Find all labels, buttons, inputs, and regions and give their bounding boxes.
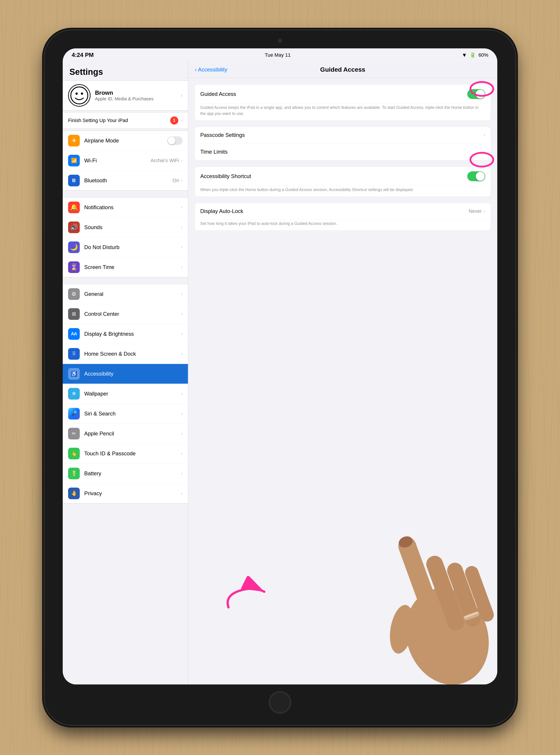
finish-setup-banner[interactable]: Finish Setting Up Your iPad 1 ›: [63, 112, 188, 129]
privacy-label: Privacy: [84, 490, 181, 496]
panel-content: Guided Access Guided Access keeps the iP…: [188, 78, 497, 685]
applepencil-icon: ✏: [68, 428, 80, 440]
hand-overlay: [345, 490, 497, 685]
touchid-label: Touch ID & Passcode: [84, 450, 181, 457]
display-label: Display & Brightness: [84, 331, 181, 337]
wifi-settings-icon: 📶: [68, 155, 80, 166]
touchid-icon: 👆: [68, 448, 80, 460]
sidebar-item-wallpaper[interactable]: ❄ Wallpaper ›: [63, 384, 188, 404]
screentime-label: Screen Time: [84, 264, 181, 270]
passcode-group: Passcode Settings › Time Limits ›: [195, 127, 491, 160]
guided-access-toggle[interactable]: [467, 89, 485, 99]
sidebar-item-privacy[interactable]: 🤚 Privacy ›: [63, 484, 188, 503]
notifications-icon: 🔔: [68, 202, 80, 213]
accessibility-shortcut-label: Accessibility Shortcut: [200, 173, 467, 179]
applepencil-chevron-icon: ›: [181, 431, 183, 436]
accessibility-shortcut-description: When you triple-click the Home button du…: [195, 186, 491, 197]
wallpaper-chevron-icon: ›: [181, 391, 183, 397]
nav-title: Guided Access: [320, 66, 365, 73]
accessibility-settings-icon: ♿: [68, 368, 80, 380]
guided-access-label: Guided Access: [200, 91, 467, 97]
wifi-chevron-icon: ›: [181, 158, 183, 163]
sidebar-item-controlcenter[interactable]: ⊞ Control Center ›: [63, 304, 188, 324]
camera-dot: [278, 39, 282, 43]
accessibility-shortcut-group: Accessibility Shortcut When you triple-c…: [195, 167, 491, 197]
sidebar-item-sounds[interactable]: 🔊 Sounds ›: [63, 218, 188, 238]
screentime-chevron-icon: ›: [181, 264, 183, 270]
finish-setup-badge: 1: [170, 117, 178, 124]
sidebar-item-bluetooth[interactable]: B Bluetooth On ›: [63, 171, 188, 190]
battery-settings-icon: 🔋: [68, 468, 80, 479]
profile-info: Brown Apple ID, Media & Purchases: [95, 89, 181, 101]
touchid-chevron-icon: ›: [181, 451, 183, 456]
general-chevron-icon: ›: [181, 291, 183, 297]
passcode-settings-row[interactable]: Passcode Settings ›: [195, 127, 491, 144]
general-label: General: [84, 291, 181, 297]
sidebar-item-wifi[interactable]: 📶 Wi-Fi Archie's WiFi ›: [63, 151, 188, 171]
sidebar-item-display[interactable]: AA Display & Brightness ›: [63, 324, 188, 344]
guided-access-row[interactable]: Guided Access: [195, 85, 491, 104]
accessibility-shortcut-row[interactable]: Accessibility Shortcut: [195, 167, 491, 186]
svg-rect-9: [463, 564, 496, 623]
sidebar-item-notifications[interactable]: 🔔 Notifications ›: [63, 198, 188, 218]
airplane-label: Airplane Mode: [84, 138, 167, 144]
sidebar-item-siri[interactable]: 🎤 Siri & Search ›: [63, 404, 188, 424]
svg-point-1: [76, 93, 78, 95]
sidebar-item-homescreen[interactable]: ⠿ Home Screen & Dock ›: [63, 344, 188, 364]
guided-access-group: Guided Access Guided Access keeps the iP…: [195, 85, 491, 120]
sidebar-item-accessibility[interactable]: ♿ Accessibility: [63, 364, 188, 384]
donotdisturb-label: Do Not Disturb: [84, 244, 181, 250]
sidebar-item-screentime[interactable]: ⌛ Screen Time ›: [63, 257, 188, 277]
finish-setup-chevron-icon: ›: [181, 118, 183, 123]
nav-bar: ‹ Accessibility Guided Access: [188, 62, 497, 78]
bluetooth-chevron-icon: ›: [181, 178, 183, 183]
wallpaper-label: Wallpaper: [84, 391, 181, 397]
airplane-toggle[interactable]: [167, 137, 183, 145]
right-panel: ‹ Accessibility Guided Access Guided Acc…: [188, 62, 497, 685]
sidebar-header: Settings: [63, 62, 188, 80]
bluetooth-label: Bluetooth: [84, 177, 173, 184]
controlcenter-chevron-icon: ›: [181, 311, 183, 317]
battery-percent: 60%: [478, 52, 488, 58]
display-autolock-row[interactable]: Display Auto-Lock Never ›: [195, 203, 491, 220]
notifications-chevron-icon: ›: [181, 204, 183, 210]
svg-rect-11: [463, 611, 480, 621]
screentime-icon: ⌛: [68, 261, 80, 273]
battery-chevron-icon: ›: [181, 471, 183, 476]
sidebar-item-applepencil[interactable]: ✏ Apple Pencil ›: [63, 424, 188, 444]
status-bar: 4:24 PM Tue May 11 ▼ 🔋 60%: [63, 48, 497, 62]
back-label: Accessibility: [198, 66, 227, 73]
status-right-icons: ▼ 🔋 60%: [462, 52, 488, 58]
sidebar-item-touchid[interactable]: 👆 Touch ID & Passcode ›: [63, 444, 188, 464]
display-chevron-icon: ›: [181, 331, 183, 337]
display-autolock-label: Display Auto-Lock: [200, 208, 468, 215]
battery-label: Battery: [84, 470, 181, 476]
back-button[interactable]: ‹ Accessibility: [195, 66, 227, 73]
sidebar-item-airplane[interactable]: ✈ Airplane Mode: [63, 131, 188, 151]
profile-section[interactable]: Brown Apple ID, Media & Purchases ›: [63, 80, 188, 110]
privacy-chevron-icon: ›: [181, 490, 183, 496]
homescreen-label: Home Screen & Dock: [84, 351, 181, 357]
time-limits-label: Time Limits: [200, 149, 484, 155]
passcode-settings-label: Passcode Settings: [200, 132, 484, 138]
battery-icon: 🔋: [470, 52, 476, 58]
accessibility-shortcut-toggle[interactable]: [467, 171, 485, 181]
main-content: Settings: [63, 62, 497, 685]
sidebar-item-general[interactable]: ⚙ General ›: [63, 284, 188, 304]
home-button[interactable]: [269, 691, 291, 714]
accessibility-label: Accessibility: [84, 371, 183, 377]
status-date: Tue May 11: [265, 52, 291, 58]
display-icon: AA: [68, 328, 80, 340]
ipad-screen: 4:24 PM Tue May 11 ▼ 🔋 60% Settings: [63, 48, 497, 685]
time-limits-row[interactable]: Time Limits ›: [195, 144, 491, 160]
notifications-label: Notifications: [84, 204, 181, 210]
wifi-value: Archie's WiFi: [151, 158, 179, 163]
sidebar-item-battery[interactable]: 🔋 Battery ›: [63, 464, 188, 484]
sounds-chevron-icon: ›: [181, 224, 183, 230]
airplane-icon: ✈: [68, 135, 80, 146]
privacy-icon: 🤚: [68, 488, 80, 499]
donotdisturb-chevron-icon: ›: [181, 244, 183, 250]
sounds-icon: 🔊: [68, 222, 80, 233]
donotdisturb-icon: 🌙: [68, 241, 80, 253]
sidebar-item-donotdisturb[interactable]: 🌙 Do Not Disturb ›: [63, 238, 188, 257]
